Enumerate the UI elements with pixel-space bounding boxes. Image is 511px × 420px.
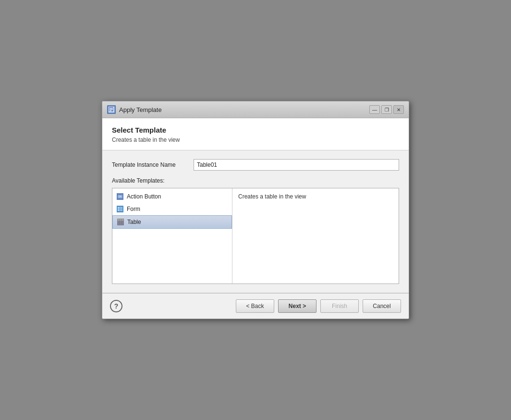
svg-rect-13 [120, 209, 122, 210]
instance-name-row: Template Instance Name [112, 159, 399, 171]
templates-container: OK Action Button [112, 188, 399, 284]
svg-rect-11 [120, 207, 122, 208]
finish-button[interactable]: Finish [320, 299, 359, 313]
svg-rect-1 [110, 108, 113, 109]
help-button[interactable]: ? [110, 300, 122, 312]
template-action-button-label: Action Button [127, 193, 161, 200]
instance-name-input[interactable] [194, 159, 399, 171]
title-bar-left: Apply Template [107, 105, 162, 114]
minimize-button[interactable]: — [369, 105, 380, 114]
svg-rect-10 [118, 207, 120, 208]
title-bar: Apply Template — ❐ ✕ [102, 101, 409, 118]
window-title: Apply Template [119, 106, 162, 113]
template-form-label: Form [127, 206, 140, 212]
table-icon [117, 218, 124, 226]
section-title: Select Template [112, 126, 399, 134]
title-bar-controls: — ❐ ✕ [369, 105, 404, 114]
template-description: Creates a table in the view [232, 188, 399, 284]
svg-rect-12 [118, 209, 120, 210]
form-icon [116, 205, 124, 213]
dialog-body: Select Template Creates a table in the v… [102, 118, 409, 293]
dialog-footer: ? < Back Next > Finish Cancel [102, 293, 409, 319]
template-table-label: Table [127, 219, 141, 225]
template-item-action-button[interactable]: OK Action Button [112, 190, 232, 203]
section-header: Select Template Creates a table in the v… [102, 118, 409, 150]
svg-rect-14 [118, 210, 120, 211]
svg-rect-15 [120, 210, 122, 211]
svg-rect-3 [110, 111, 111, 111]
form-area: Template Instance Name Available Templat… [102, 150, 409, 293]
restore-button[interactable]: ❐ [381, 105, 392, 114]
cancel-button[interactable]: Cancel [363, 299, 401, 313]
window-icon [107, 105, 116, 114]
available-templates-label: Available Templates: [112, 177, 399, 184]
templates-list: OK Action Button [112, 188, 232, 284]
svg-rect-18 [118, 219, 123, 221]
back-button[interactable]: < Back [236, 299, 274, 313]
close-button[interactable]: ✕ [393, 105, 404, 114]
template-item-table[interactable]: Table [112, 215, 232, 229]
instance-name-label: Template Instance Name [112, 161, 189, 168]
svg-text:OK: OK [118, 195, 122, 198]
svg-rect-2 [110, 110, 113, 110]
action-button-icon: OK [116, 193, 124, 200]
section-subtitle: Creates a table in the view [112, 136, 399, 143]
apply-template-dialog: Apply Template — ❐ ✕ Select Template Cre… [102, 101, 409, 319]
next-button[interactable]: Next > [278, 299, 316, 313]
template-item-form[interactable]: Form [112, 203, 232, 215]
